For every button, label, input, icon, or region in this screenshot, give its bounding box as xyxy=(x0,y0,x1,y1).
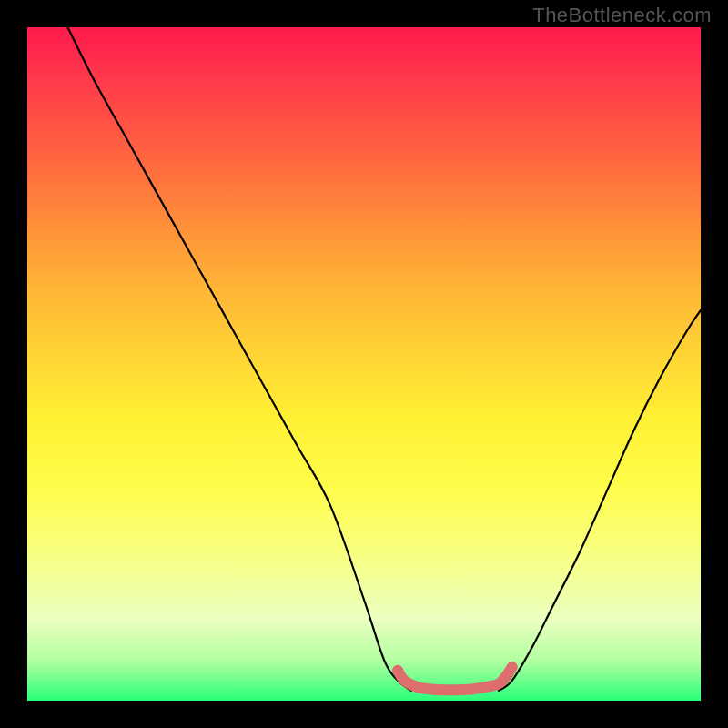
right-curve xyxy=(499,310,701,691)
left-curve xyxy=(67,27,410,691)
curve-layer xyxy=(27,27,701,701)
plot-area xyxy=(27,27,701,701)
flat-zone-marker xyxy=(398,667,512,690)
chart-container: TheBottleneck.com xyxy=(0,0,728,728)
watermark-text: TheBottleneck.com xyxy=(532,4,712,27)
